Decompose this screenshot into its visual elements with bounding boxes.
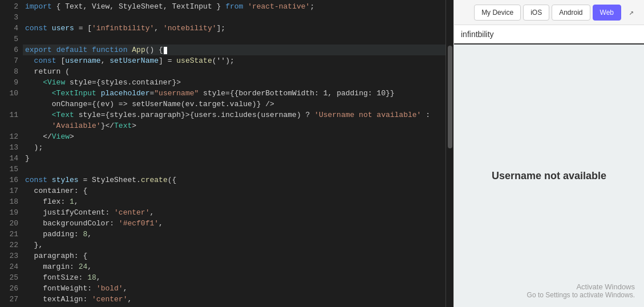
editor-panel: 2 3 4 5 6 7 8 9 10 11 12 13 14 15 16 17 … — [0, 0, 453, 307]
code-line: const styles = StyleSheet.create({ — [23, 175, 445, 185]
code-line: } — [23, 153, 445, 164]
preview-message: Username not available — [492, 170, 606, 182]
android-button[interactable]: Android — [552, 5, 590, 21]
code-line: <Text style={styles.paragraph}>{users.in… — [23, 110, 445, 120]
code-line: </View> — [23, 131, 445, 142]
code-line: ); — [23, 142, 445, 153]
code-line: justifyContent: 'center', — [23, 207, 445, 218]
line-numbers: 2 3 4 5 6 7 8 9 10 11 12 13 14 15 16 17 … — [0, 0, 23, 307]
code-line: const users = ['infintbility', 'notebili… — [23, 23, 445, 34]
activate-windows-sub: Go to Settings to activate Windows. — [527, 291, 635, 299]
code-line — [23, 164, 445, 175]
preview-input-value: infintbility — [461, 30, 637, 39]
my-device-button[interactable]: My Device — [474, 5, 521, 21]
code-line: import { Text, View, StyleSheet, TextInp… — [23, 1, 445, 12]
code-line: backgroundColor: '#ecf0f1', — [23, 218, 445, 229]
scrollbar[interactable] — [445, 0, 453, 307]
scrollbar-thumb[interactable] — [448, 46, 452, 148]
activate-windows: Activate Windows Go to Settings to activ… — [527, 282, 635, 299]
code-line: <TextInput placeholder="username" style=… — [23, 88, 445, 99]
code-line: paragraph: { — [23, 251, 445, 261]
preview-panel: My Device iOS Android Web ↗ infintbility… — [453, 0, 644, 307]
code-content[interactable]: import { Text, View, StyleSheet, TextInp… — [23, 0, 445, 307]
code-line: 'Available'}</Text> — [23, 120, 445, 131]
preview-main: Username not available — [454, 45, 644, 307]
preview-toolbar: My Device iOS Android Web ↗ — [454, 0, 644, 25]
code-line: }, — [23, 240, 445, 251]
code-line: const [username, setUserName] = useState… — [23, 55, 445, 66]
code-line: fontSize: 18, — [23, 272, 445, 283]
ios-button[interactable]: iOS — [523, 5, 549, 21]
code-line: container: { — [23, 185, 445, 196]
preview-content: infintbility Username not available Acti… — [454, 25, 644, 307]
code-line — [23, 34, 445, 45]
preview-input-area: infintbility — [454, 25, 644, 45]
activate-windows-title: Activate Windows — [527, 282, 635, 291]
code-line: textAlign: 'center', — [23, 294, 445, 305]
code-line: flex: 1, — [23, 196, 445, 207]
code-line: return ( — [23, 66, 445, 77]
code-line: onChange={(ev) => setUserName(ev.target.… — [23, 99, 445, 110]
code-line: <View style={styles.container}> — [23, 77, 445, 88]
web-button[interactable]: Web — [593, 5, 621, 21]
code-line: padding: 8, — [23, 229, 445, 240]
external-link-icon[interactable]: ↗ — [623, 5, 639, 21]
code-line: fontWeight: 'bold', — [23, 283, 445, 294]
code-line: export default function App() { — [23, 45, 445, 55]
code-line: margin: 24, — [23, 261, 445, 272]
code-line — [23, 12, 445, 23]
